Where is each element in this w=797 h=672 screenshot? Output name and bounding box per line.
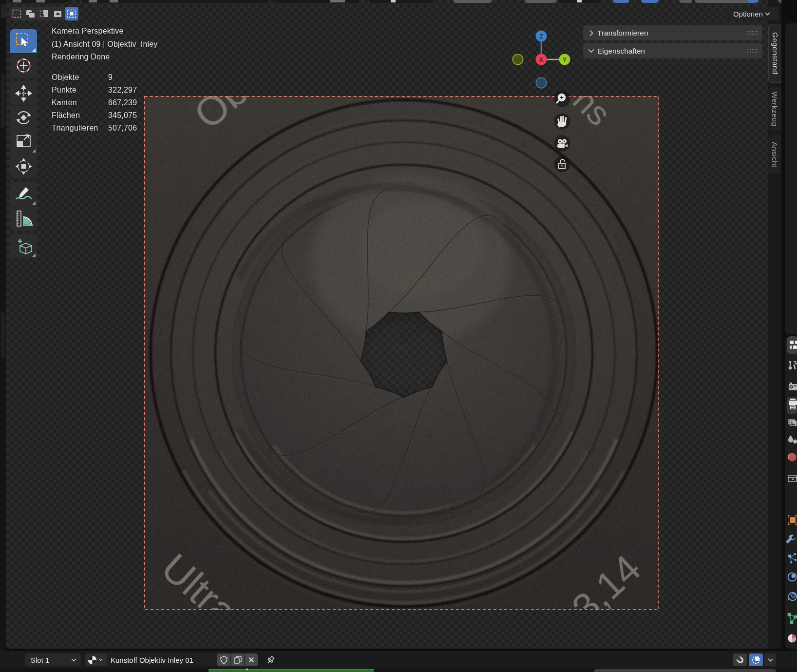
svg-text:Y: Y [563, 56, 567, 63]
svg-text:Z: Z [539, 33, 543, 40]
svg-text:X: X [539, 56, 544, 63]
